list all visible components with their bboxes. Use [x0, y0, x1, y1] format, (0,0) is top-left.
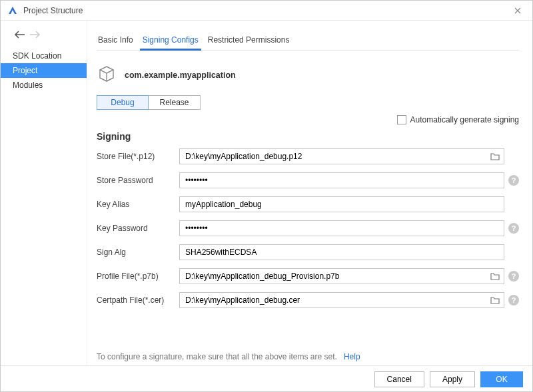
section-title: Signing	[97, 127, 519, 148]
profile-file-label: Profile File(*.p7b)	[97, 272, 175, 281]
spacer	[508, 199, 519, 210]
sign-alg-input[interactable]	[179, 244, 504, 260]
profile-file-help-icon[interactable]: ?	[508, 271, 519, 282]
store-password-input[interactable]	[179, 172, 504, 188]
window-title: Project Structure	[23, 6, 83, 15]
certpath-file-label: Certpath File(*.cer)	[97, 295, 175, 305]
key-alias-input[interactable]	[179, 196, 504, 212]
sidebar-item-project[interactable]: Project	[1, 63, 87, 78]
subtabs: Debug Release	[97, 95, 519, 110]
store-file-browse-icon[interactable]	[486, 149, 504, 164]
nav-forward-icon	[29, 30, 41, 42]
certpath-file-input-group	[179, 292, 504, 308]
certpath-file-browse-icon[interactable]	[486, 293, 504, 307]
store-password-help-icon[interactable]: ?	[508, 175, 519, 186]
footer: Cancel Apply OK	[1, 365, 532, 392]
tab-basic-info[interactable]: Basic Info	[97, 33, 135, 50]
profile-file-input[interactable]	[180, 269, 486, 284]
tabs: Basic Info Signing Configs Restricted Pe…	[97, 21, 519, 51]
key-password-help-icon[interactable]: ?	[508, 223, 519, 234]
tab-signing-configs[interactable]: Signing Configs	[141, 33, 200, 50]
ok-button[interactable]: OK	[480, 371, 523, 387]
main-panel: Basic Info Signing Configs Restricted Pe…	[87, 21, 532, 365]
key-password-input[interactable]	[179, 220, 504, 236]
subtab-release[interactable]: Release	[149, 95, 201, 110]
app-name: com.example.myapplication	[125, 71, 236, 80]
sign-alg-label: Sign Alg	[97, 248, 175, 257]
sidebar-item-modules[interactable]: Modules	[1, 78, 87, 93]
auto-signing-checkbox[interactable]	[397, 115, 406, 124]
store-file-input-group	[179, 148, 504, 164]
store-file-label: Store File(*.p12)	[97, 152, 175, 161]
nav-back-icon[interactable]	[14, 30, 26, 42]
help-link[interactable]: Help	[344, 352, 360, 361]
subtab-debug[interactable]: Debug	[97, 95, 149, 110]
key-alias-label: Key Alias	[97, 200, 175, 209]
titlebar: Project Structure	[1, 1, 532, 21]
hint-row: To configure a signature, make sure that…	[97, 343, 519, 365]
sidebar-item-sdk-location[interactable]: SDK Location	[1, 49, 87, 63]
certpath-file-input[interactable]	[180, 293, 486, 307]
spacer	[508, 247, 519, 258]
store-password-label: Store Password	[97, 176, 175, 185]
store-file-input[interactable]	[180, 149, 486, 164]
apply-button[interactable]: Apply	[430, 371, 475, 387]
app-logo-icon	[7, 5, 18, 16]
auto-signing-label: Automatically generate signing	[410, 115, 519, 124]
profile-file-input-group	[179, 268, 504, 284]
certpath-file-help-icon[interactable]: ?	[508, 295, 519, 305]
sidebar: SDK Location Project Modules	[1, 21, 87, 365]
close-icon[interactable]	[510, 3, 526, 19]
app-header: com.example.myapplication	[97, 51, 519, 95]
cube-icon	[97, 64, 117, 86]
spacer	[508, 151, 519, 162]
tab-restricted-permissions[interactable]: Restricted Permissions	[207, 33, 291, 50]
cancel-button[interactable]: Cancel	[374, 371, 424, 387]
hint-text: To configure a signature, make sure that…	[97, 352, 337, 361]
key-password-label: Key Password	[97, 224, 175, 233]
profile-file-browse-icon[interactable]	[486, 269, 504, 284]
